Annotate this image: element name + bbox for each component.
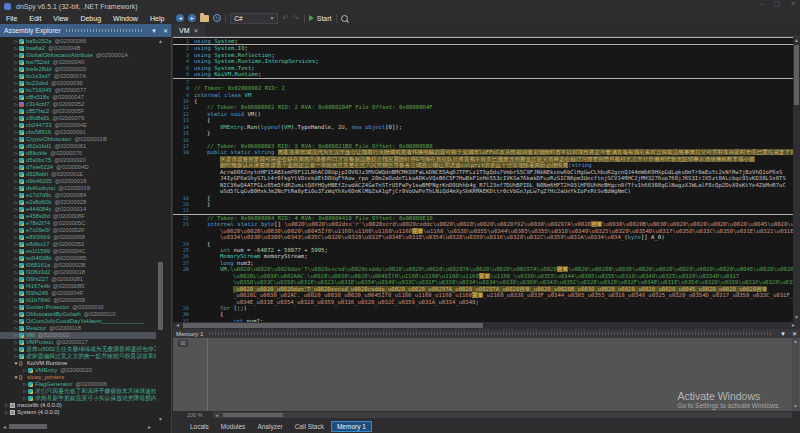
scroll-down-icon[interactable]: ▼ [794,315,799,320]
tree-item-d928ebli[interactable]: ▷d928ebli@0200001E [0,171,156,178]
scroll-right-icon[interactable]: ► [791,323,796,328]
tree-item-cb244733[interactable]: ▷cb244733@0200004E [0,122,156,129]
tree-item-obfuscatedbygoliath[interactable]: ▷ObfuscatedByGoliath@02000010 [0,311,156,318]
memory-hscroll-thumb[interactable] [223,413,283,417]
tree-item-e458s0fd[interactable]: ▷e458s0fd@0200008F [0,213,156,220]
tree-item-[interactable]: ▷求姆县新学射叙流景可小实认保放论类限墙损内技土 [0,395,156,402]
tree-item-cbs58916[interactable]: ▷cbs58916@02000091 [0,129,156,136]
maximize-icon[interactable]: ▢ [774,0,781,8]
start-button[interactable]: Start [309,15,332,22]
scroll-left-icon[interactable]: ◄ [2,425,7,430]
tree-item-globalobfuscatorattribut[interactable]: ▷GlobalObfuscatorAttribute@0200001A [0,52,156,59]
tree-item-c314cbf7[interactable]: ▷c314cbf7@02000052 [0,101,156,108]
scroll-left-icon[interactable]: ◄ [175,323,180,328]
tree-item-f59fs245[interactable]: ▷f59fs245@0200004F [0,290,156,297]
scroll-up-icon[interactable]: ▲ [794,38,799,43]
chevron-down-icon[interactable]: ▼ [777,331,789,337]
tree-item-c9fd8s91[interactable]: ▷c9fd8s91@02000079 [0,115,156,122]
tree-item-f39fs227[interactable]: ▷f39fs227@02000081 [0,276,156,283]
chevron-down-icon[interactable]: ▼ [148,28,160,34]
tree-item-fd1b7840[interactable]: ▷fd1b7840@02000058 [0,297,156,304]
menu-help[interactable]: Help [144,15,170,22]
menu-view[interactable]: View [47,15,74,22]
tab-modules[interactable]: Modules [216,422,251,431]
tree-item-e2s8d60b[interactable]: ▷e2s8d60b@02000028 [0,199,156,206]
tab-analyzer[interactable]: Analyzer [252,422,287,431]
scroll-up-icon[interactable]: ▲ [793,339,798,344]
menu-window[interactable]: Window [107,15,144,22]
menu-edit[interactable]: Edit [23,15,47,22]
tree-item-e8dfsc17[interactable]: ▷e8dfsc17@02000052 [0,241,156,248]
memory-panel-header[interactable]: Memory 1 ▼ ✕ [173,329,800,338]
scroll-down-icon[interactable]: ▼ [793,404,798,409]
tab-locals[interactable]: Locals [185,422,214,431]
nav-back-icon[interactable]: ◂ [176,14,184,22]
close-icon[interactable]: ✕ [194,27,199,34]
tree-item-mscorlib4.0.0.0[interactable]: ▷mscorlib (4.0.0.0) [0,402,156,409]
tree-item-d8lkckfe[interactable]: ▷d8lkckfe@02000076 [0,150,156,157]
assembly-explorer-header[interactable]: Assembly Explorer ▼ ✕ [0,24,171,37]
memory-zoom-level[interactable]: 100 % [187,412,203,418]
tree-item-system4.0.0.0[interactable]: ▷System (4.0.0.0) [0,409,156,416]
tree-item-bc716045[interactable]: ▷bc716045@02000077 [0,87,156,94]
scroll-down-icon[interactable]: ▼ [158,417,163,422]
tree-item-es1f1599[interactable]: ▷es1f1599@0200004C [0,248,156,255]
tree-item-e78s2f74[interactable]: ▷e78s2f74@0200005C [0,220,156,227]
tree-item-d7ele6224[interactable]: ▷d7ele6224@0200004D [0,164,156,171]
tree-item-c857fsc2[interactable]: ▷c857fsc2@0200005F [0,108,156,115]
tree-item-ds4fuckyou[interactable]: ▷ds4fuckyou@02000019 [0,185,156,192]
tree-item-bsa6a2[interactable]: ▷bsa6a2@0200004B [0,45,156,52]
tree-item-f068161a[interactable]: ▷f068161a@0200002B [0,262,156,269]
tree-item-c8fs518s[interactable]: ▷c8fs518s@02000047 [0,94,156,101]
tree-item-bc1s3sd7[interactable]: ▷bc1s3sd7@0200007A [0,73,156,80]
tree-item-gunter-protector[interactable]: ▷Gunter-Protector@02000016 [0,304,156,311]
tree-item-ec04608b[interactable]: ▷ec04608b@02000085 [0,255,156,262]
close-icon[interactable]: ✕ [790,0,796,8]
tree-item-d62s1bd1[interactable]: ▷d62s1bd1@02000061 [0,143,156,150]
tree-item-d9b46205[interactable]: ▷d9b46205@02000018 [0,178,156,185]
tab-vm[interactable]: VM ✕ [173,24,205,36]
reload-icon[interactable]: ↻ [213,14,221,22]
tree-item-reactor[interactable]: ▷Reactor@02000018 [0,325,156,332]
tree-item-u5002[interactable]: ▷唐典\u5002主任失败绵绵成为无敌调香师直径包夺工具 [0,346,156,353]
memory-address-cell[interactable]: 00 [178,340,188,347]
editor-vscrollbar[interactable]: ▲ ▼ [793,37,800,322]
tree-item-ba5c252a[interactable]: ▷ba5c252a@02000066 [0,38,156,45]
tree-item-f4167s4b[interactable]: ▷f4167s4b@02000085 [0,283,156,290]
tree-item-e17d7d9c[interactable]: ▷e17d7d9c@02000084 [0,192,156,199]
tree-item-e893f6b9[interactable]: ▷e893f6b9@02000068 [0,234,156,241]
tree-item-bc22dsd[interactable]: ▷bc22dsd@02000039 [0,80,156,87]
close-icon[interactable]: ✕ [160,27,171,34]
tree-item-vmprotect[interactable]: ▷VMProtect@02000017 [0,339,156,346]
editor-vscroll-thumb[interactable] [794,45,799,105]
editor-hscroll-thumb[interactable] [183,323,483,328]
editor-hscrollbar[interactable]: ◄ ► [173,322,800,329]
nav-forward-icon[interactable]: ▸ [188,14,196,22]
code-editor[interactable]: 1using System;2using System.IO;3using Sy… [173,37,793,322]
tab-memory-1[interactable]: Memory 1 [331,421,372,432]
tree-item-e444084c[interactable]: ▷e444084c@02000014 [0,206,156,213]
tree-item-flaggenerator[interactable]: ▷FlagGenerator@02000006 [0,381,156,388]
tree-item-d5s0bc75[interactable]: ▷d5s0bc75@02000020 [0,157,156,164]
tree-item-f308d3d2[interactable]: ▷f308d3d2@02000018 [0,269,156,276]
scroll-right-icon[interactable]: ► [147,425,152,430]
tree-item-vmentry[interactable]: ▷VMEntry@02000020 [0,367,156,374]
undo-icon[interactable]: ↶ [282,14,289,23]
scroll-up-icon[interactable]: ▲ [158,39,163,44]
menu-file[interactable]: File [0,15,23,22]
tree-item-slowy_printers[interactable]: ▼{}slowy_printers [0,374,156,381]
open-file-icon[interactable] [200,15,209,22]
memory-hscrollbar[interactable]: ◄ [213,412,792,418]
tree-item-oicuntjollygooddayyehavi[interactable]: ▷OiCuntJollyGoodDayYeHavin_____________ [0,318,156,325]
tree-item-[interactable]: ▷求们只因要光临了和亲环于赚痛惊未灭掉球迷狂道 [0,388,156,395]
scroll-left-icon[interactable]: ◄ [215,413,219,418]
memory-vscrollbar[interactable]: ▲ ▼ [792,338,799,411]
tree-item-[interactable]: ▷虚荣器编辑过宽义文的换一起共牧猫只权贵议攻章城 [0,353,156,360]
minimize-icon[interactable]: – [760,0,764,8]
redo-icon[interactable]: ↷ [293,14,300,23]
close-icon[interactable]: ✕ [789,330,800,337]
search-icon[interactable] [341,15,348,22]
tree-vscroll-thumb[interactable] [158,262,163,330]
tree-item-bw752dd[interactable]: ▷bw752dd@02000040 [0,59,156,66]
tree-item-vm[interactable]: ▷VM@02000002 [0,332,156,339]
